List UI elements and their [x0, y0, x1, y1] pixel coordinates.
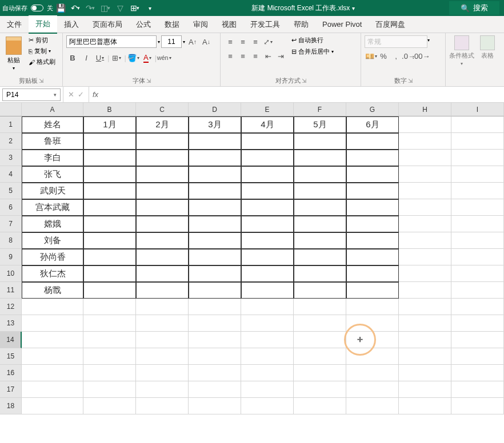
cell-A12[interactable]	[22, 299, 83, 315]
cell-D2[interactable]	[189, 133, 241, 150]
row-header-2[interactable]: 2	[0, 133, 22, 150]
cell-E16[interactable]	[241, 365, 294, 381]
cell-G14[interactable]	[346, 332, 399, 348]
cell-I10[interactable]	[451, 265, 504, 282]
cell-H13[interactable]	[399, 315, 451, 332]
cell-A13[interactable]	[22, 315, 83, 332]
row-header-15[interactable]: 15	[0, 348, 22, 365]
cell-E2[interactable]	[241, 133, 294, 150]
tab-dev[interactable]: 开发工具	[243, 16, 287, 33]
increase-font-button[interactable]: A↑	[186, 35, 199, 48]
cell-G4[interactable]	[346, 166, 399, 183]
cell-D4[interactable]	[189, 166, 241, 183]
phonetic-button[interactable]: wén▾	[158, 51, 170, 64]
cell-G6[interactable]	[346, 199, 399, 216]
row-header-17[interactable]: 17	[0, 381, 22, 398]
cell-B18[interactable]	[83, 398, 136, 414]
cell-B11[interactable]	[83, 282, 136, 299]
accept-formula-button[interactable]: ✓	[78, 90, 84, 99]
cell-E10[interactable]	[241, 265, 294, 282]
cell-C10[interactable]	[136, 265, 189, 282]
filter-icon[interactable]: ▽	[114, 2, 126, 14]
row-header-11[interactable]: 11	[0, 282, 22, 299]
cell-I7[interactable]	[451, 216, 504, 232]
row-header-6[interactable]: 6	[0, 199, 22, 216]
cell-A6[interactable]: 宫本武藏	[22, 199, 83, 216]
cell-C12[interactable]	[136, 299, 189, 315]
cell-A9[interactable]: 孙尚香	[22, 249, 83, 265]
cell-G18[interactable]	[346, 398, 399, 414]
cell-B13[interactable]	[83, 315, 136, 332]
cell-H10[interactable]	[399, 265, 451, 282]
cell-G9[interactable]	[346, 249, 399, 265]
cell-E1[interactable]: 4月	[241, 116, 294, 133]
row-header-7[interactable]: 7	[0, 216, 22, 232]
align-left-button[interactable]: ≡	[224, 50, 237, 62]
table-format-button[interactable]: 表格	[480, 35, 495, 85]
cell-F2[interactable]	[294, 133, 346, 150]
cell-D9[interactable]	[189, 249, 241, 265]
cell-A14[interactable]	[22, 332, 83, 348]
cell-H12[interactable]	[399, 299, 451, 315]
cell-E5[interactable]	[241, 183, 294, 199]
cell-I2[interactable]	[451, 133, 504, 150]
touch-mode-icon[interactable]: ◫▾	[99, 2, 111, 14]
cell-H11[interactable]	[399, 282, 451, 299]
fill-color-button[interactable]: 🪣▾	[127, 51, 140, 64]
currency-button[interactable]: 💴▾	[365, 50, 377, 62]
cell-D12[interactable]	[189, 299, 241, 315]
row-header-10[interactable]: 10	[0, 265, 22, 282]
save-icon[interactable]: 💾	[55, 2, 66, 14]
tab-powerpivot[interactable]: Power Pivot	[315, 17, 369, 32]
cell-F11[interactable]	[294, 282, 346, 299]
comma-button[interactable]: ,	[390, 50, 402, 62]
table-icon[interactable]: ⊞▾	[129, 2, 141, 14]
search-box[interactable]: 🔍 搜索	[449, 1, 499, 15]
cell-A18[interactable]	[22, 398, 83, 414]
cell-G8[interactable]	[346, 232, 399, 249]
italic-button[interactable]: I	[80, 51, 93, 64]
cell-C14[interactable]	[136, 332, 189, 348]
col-header-F[interactable]: F	[294, 103, 346, 116]
tab-insert[interactable]: 插入	[57, 16, 86, 33]
cell-C3[interactable]	[136, 150, 189, 166]
tab-home[interactable]: 开始	[29, 15, 57, 34]
cell-F14[interactable]	[294, 332, 346, 348]
row-header-1[interactable]: 1	[0, 116, 22, 133]
cell-I3[interactable]	[451, 150, 504, 166]
col-header-G[interactable]: G	[346, 103, 399, 116]
cell-A10[interactable]: 狄仁杰	[22, 265, 83, 282]
formula-input[interactable]	[102, 87, 504, 102]
col-header-A[interactable]: A	[22, 103, 83, 116]
border-button[interactable]: ⊞▾	[110, 51, 123, 64]
cell-H7[interactable]	[399, 216, 451, 232]
cell-C6[interactable]	[136, 199, 189, 216]
cell-D13[interactable]	[189, 315, 241, 332]
underline-button[interactable]: U▾	[94, 51, 106, 64]
autosave-toggle[interactable]: 自动保存 关	[2, 4, 53, 13]
row-header-3[interactable]: 3	[0, 150, 22, 166]
row-header-18[interactable]: 18	[0, 398, 22, 414]
number-launcher[interactable]: ⇲	[408, 78, 413, 84]
cell-G12[interactable]	[346, 299, 399, 315]
cell-B2[interactable]	[83, 133, 136, 150]
cell-C5[interactable]	[136, 183, 189, 199]
tab-layout[interactable]: 页面布局	[86, 16, 129, 33]
row-header-4[interactable]: 4	[0, 166, 22, 183]
cell-I13[interactable]	[451, 315, 504, 332]
cell-C15[interactable]	[136, 348, 189, 365]
cell-A4[interactable]: 张飞	[22, 166, 83, 183]
cell-D16[interactable]	[189, 365, 241, 381]
cell-H3[interactable]	[399, 150, 451, 166]
font-name-select[interactable]	[66, 35, 157, 48]
cell-F17[interactable]	[294, 381, 346, 398]
cell-D7[interactable]	[189, 216, 241, 232]
cell-G16[interactable]	[346, 365, 399, 381]
cell-E14[interactable]	[241, 332, 294, 348]
cell-D10[interactable]	[189, 265, 241, 282]
cell-G1[interactable]: 6月	[346, 116, 399, 133]
cell-H5[interactable]	[399, 183, 451, 199]
cancel-formula-button[interactable]: ✕	[68, 90, 74, 99]
cell-F15[interactable]	[294, 348, 346, 365]
col-header-I[interactable]: I	[451, 103, 504, 116]
